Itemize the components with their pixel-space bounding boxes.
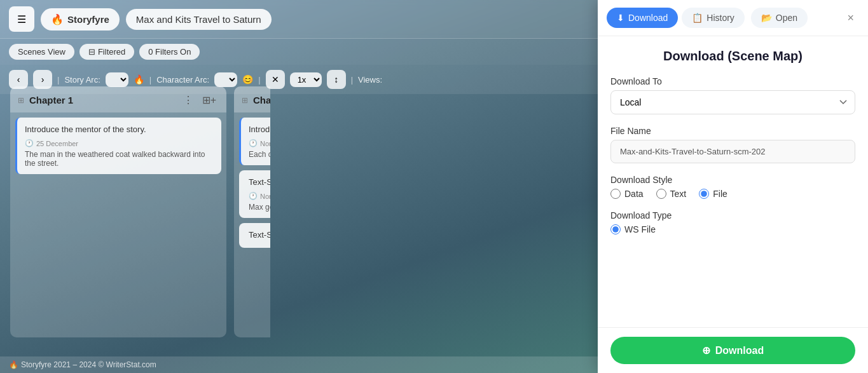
download-style-radio-group: Data Text File xyxy=(610,189,855,199)
close-icon: × xyxy=(847,11,854,24)
scene-1-1-subtitle: The man in the weathered coat walked bac… xyxy=(25,150,214,168)
panel-close-button[interactable]: × xyxy=(842,9,859,27)
sort-button[interactable]: ↕ xyxy=(327,70,346,89)
scenes-view-label: Scenes View xyxy=(18,47,65,57)
character-arc-select[interactable] xyxy=(214,72,237,87)
brand-name: Storyfyre xyxy=(67,14,109,25)
download-action-button[interactable]: ⊕ Download xyxy=(610,337,855,364)
main-content: ⊞ Chapter 1 ⋮ ⊞+ Introduce the mentor of… xyxy=(0,76,270,348)
chapter-1-add-button[interactable]: ⊞+ xyxy=(200,93,219,107)
style-text-option[interactable]: Text xyxy=(656,189,687,199)
download-to-group: Download To Local Cloud Dropbox xyxy=(610,76,855,114)
scene-2-1-none: None xyxy=(260,140,270,147)
clock-icon-1: 🕐 xyxy=(25,139,34,147)
type-ws-file-radio[interactable] xyxy=(610,224,621,234)
chapter-1-more-button[interactable]: ⋮ xyxy=(181,93,196,107)
scene-1-1-card: Introduce the mentor of the story. 🕐 25 … xyxy=(15,118,221,174)
download-btn-label: Download xyxy=(715,345,764,356)
scenes-view-button[interactable]: Scenes View xyxy=(9,44,74,60)
grid-icon-1: ⊞ xyxy=(18,96,24,105)
clock-icon-3: 🕐 xyxy=(249,192,258,200)
style-text-radio[interactable] xyxy=(656,189,666,199)
grid-icon-2: ⊞ xyxy=(242,96,248,105)
scene-2-1-text: Introduce the helpful aliens. xyxy=(249,124,270,135)
filtered-label: Filtered xyxy=(98,47,125,57)
style-file-label: File xyxy=(713,189,727,199)
chapter-2-column: ⊞ Chapter 2 ⋮ ⊞+ Introduce the helpful a… xyxy=(234,86,270,337)
right-panel: ⬇ Download 📋 History 📂 Open × Download (… xyxy=(598,0,868,373)
download-style-group: Download Style Data Text File xyxy=(610,175,855,199)
style-data-label: Data xyxy=(624,189,644,199)
download-type-label: Download Type xyxy=(610,210,855,220)
file-name-group: File Name xyxy=(610,126,855,163)
type-ws-file-option[interactable]: WS File xyxy=(610,224,656,234)
open-tab-label: Open xyxy=(776,13,797,23)
story-arc-label: Story Arc: xyxy=(64,75,100,85)
chapter-1-title: Chapter 1 xyxy=(29,95,73,105)
scene-1-1-date: 25 December xyxy=(36,140,78,147)
filter-icon: ⊟ xyxy=(88,47,95,57)
zoom-select[interactable]: 1x xyxy=(290,72,322,87)
menu-button[interactable]: ☰ xyxy=(9,6,34,32)
history-tab[interactable]: 📋 History xyxy=(682,8,745,28)
prev-button[interactable]: ‹ xyxy=(9,70,28,89)
next-button[interactable]: › xyxy=(33,70,52,89)
expand-button[interactable]: ✕ xyxy=(266,70,285,89)
panel-topbar: ⬇ Download 📋 History 📂 Open × xyxy=(598,0,868,36)
divider-2: | xyxy=(149,75,151,85)
views-label: Views: xyxy=(358,75,382,85)
filters-on-label: 0 Filters On xyxy=(148,47,191,57)
flame-icon-footer: 🔥 xyxy=(9,360,18,369)
download-style-label: Download Style xyxy=(610,175,855,185)
story-arc-select[interactable] xyxy=(106,72,128,87)
style-text-label: Text xyxy=(670,189,687,199)
scene-2-2-none: None xyxy=(260,193,270,200)
panel-body: Download (Scene Map) Download To Local C… xyxy=(598,36,868,327)
history-tab-icon: 📋 xyxy=(692,13,703,23)
download-to-select[interactable]: Local Cloud Dropbox xyxy=(610,90,855,114)
flame-icon-2: 🔥 xyxy=(134,74,144,85)
scene-2-3-text: Text-Scene 3-Beat xyxy=(249,229,270,241)
footer-text: Storyfyre 2021 – 2024 © WriterStat.com xyxy=(21,360,156,369)
style-data-radio[interactable] xyxy=(610,189,621,199)
smiley-icon: 😊 xyxy=(242,74,253,85)
scene-2-2-card: Text-Scene 2-Beat 🕐 None Max gets a new … xyxy=(239,170,270,218)
open-tab-icon: 📂 xyxy=(761,13,772,23)
download-btn-icon: ⊕ xyxy=(702,344,710,356)
chapter-1-column: ⊞ Chapter 1 ⋮ ⊞+ Introduce the mentor of… xyxy=(10,86,226,337)
style-data-option[interactable]: Data xyxy=(610,189,644,199)
file-name-input[interactable] xyxy=(610,140,855,163)
download-type-radio-group: WS File xyxy=(610,224,855,234)
file-name-label: File Name xyxy=(610,126,855,136)
brand-button[interactable]: 🔥 Storyfyre xyxy=(41,8,120,31)
style-file-radio[interactable] xyxy=(699,189,709,199)
clock-icon-2: 🕐 xyxy=(249,139,258,147)
download-to-label: Download To xyxy=(610,76,855,86)
scene-2-1-subtitle: Each of the aliens bowed deeply. xyxy=(249,150,270,159)
project-title: Max and Kits Travel to Saturn xyxy=(136,14,261,25)
open-tab[interactable]: 📂 Open xyxy=(751,8,808,28)
scene-1-1-text: Introduce the mentor of the story. xyxy=(25,124,214,135)
type-ws-file-label: WS File xyxy=(624,224,656,234)
menu-icon: ☰ xyxy=(17,13,26,25)
chapter-2-title: Chapter 2 xyxy=(253,95,270,105)
style-file-option[interactable]: File xyxy=(699,189,727,199)
character-arc-label: Character Arc: xyxy=(156,75,209,85)
scene-2-2-text: Text-Scene 2-Beat xyxy=(249,177,270,188)
download-tab-label: Download xyxy=(628,13,668,23)
filtered-button[interactable]: ⊟ Filtered xyxy=(79,44,134,60)
scene-2-3-card: Text-Scene 3-Beat xyxy=(239,223,270,247)
download-tab-icon: ⬇ xyxy=(617,13,624,23)
divider-4: | xyxy=(351,75,353,85)
history-tab-label: History xyxy=(706,13,734,23)
scene-2-1-card: Introduce the helpful aliens. 🕐 None Eac… xyxy=(239,118,270,165)
download-type-group: Download Type WS File xyxy=(610,210,855,234)
download-tab[interactable]: ⬇ Download xyxy=(607,8,678,28)
scene-2-2-subtitle: Max gets a new spaceship! xyxy=(249,203,270,212)
project-title-button[interactable]: Max and Kits Travel to Saturn xyxy=(126,9,272,30)
flame-icon: 🔥 xyxy=(51,13,64,25)
filters-on-button[interactable]: 0 Filters On xyxy=(139,44,200,60)
panel-title: Download (Scene Map) xyxy=(610,49,855,64)
divider-3: | xyxy=(258,75,260,85)
panel-footer: ⊕ Download xyxy=(598,327,868,373)
